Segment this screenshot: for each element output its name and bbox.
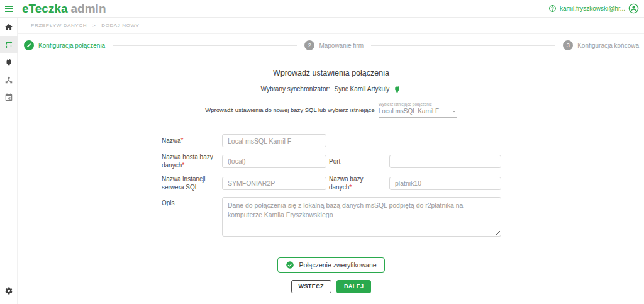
description-label: Opis (162, 197, 219, 207)
verified-badge-label: Połączenie zweryfikowane (299, 261, 376, 269)
back-button[interactable]: WSTECZ (291, 280, 331, 293)
sidebar-item-connections[interactable] (0, 53, 18, 71)
select-selected-value: Local msSQL Kamil F (379, 108, 439, 115)
host-label: Nazwa hosta bazy danych* (162, 153, 219, 169)
sidebar-item-home[interactable] (0, 18, 18, 36)
step-connector (113, 45, 297, 46)
synchronizer-label: Wybrany synchronizator: (261, 86, 330, 93)
check-circle-icon (286, 261, 294, 269)
pencil-icon (26, 43, 31, 48)
logo-primary: eTeczka (22, 2, 68, 15)
sidebar (0, 18, 18, 304)
instance-field[interactable] (222, 177, 326, 190)
stepper: Konfiguracja połączenia 2 Mapowanie firm… (24, 40, 639, 50)
synchronizer-value: Sync Kamil Artykuly (335, 86, 390, 93)
breadcrumb: PRZEPŁYW DANYCH > DODAJ NOWY (18, 18, 644, 34)
plug-icon (4, 58, 13, 67)
name-field[interactable] (222, 134, 326, 147)
step-konfiguracja-polaczenia[interactable]: Konfiguracja połączenia (24, 40, 105, 50)
connection-verified-badge[interactable]: Połączenie zweryfikowane (277, 257, 384, 273)
required-marker: * (181, 137, 184, 144)
step-label: Konfiguracja połączenia (38, 42, 105, 49)
port-field[interactable] (389, 155, 501, 168)
help-icon[interactable] (548, 4, 557, 13)
page-title: Wprowadź ustawienia połączenia (18, 69, 644, 77)
account-circle-icon[interactable] (628, 3, 639, 14)
step-circle-1 (24, 40, 34, 50)
required-marker: * (349, 184, 352, 191)
step-circle-3: 3 (563, 40, 573, 50)
wizard-buttons: WSTECZ DALEJ (18, 280, 644, 293)
existing-connection-select[interactable]: Wybierz istniejące połączenie Local msSQ… (379, 102, 457, 118)
logo-secondary: admin (71, 2, 106, 15)
select-floating-label: Wybierz istniejące połączenie (379, 102, 457, 106)
user-email[interactable]: kamil.fryszkowski@hr... (560, 5, 625, 12)
step-konfiguracja-koncowa[interactable]: 3 Konfiguracja końcowa (563, 40, 639, 50)
step-mapowanie-firm[interactable]: 2 Mapowanie firm (304, 40, 364, 50)
selected-synchronizer-row: Wybrany synchronizator: Sync Kamil Artyk… (18, 85, 644, 93)
port-label: Port (329, 157, 387, 166)
host-field[interactable] (222, 155, 326, 168)
plug-icon (393, 85, 401, 93)
calendar-clock-icon (4, 93, 13, 102)
step-circle-2: 2 (304, 40, 314, 50)
sidebar-item-data-flow[interactable] (0, 36, 18, 53)
required-marker: * (182, 162, 184, 169)
next-button[interactable]: DALEJ (336, 280, 372, 293)
top-bar: eTeczkaadmin kamil.fryszkowski@hr... (0, 0, 644, 18)
sidebar-item-schedule[interactable] (0, 89, 18, 106)
chevron-down-icon (451, 108, 457, 115)
data-flow-icon (4, 40, 13, 49)
instance-label: Nazwa instancji serwera SQL (162, 175, 219, 191)
step-connector (371, 45, 555, 46)
step-label: Konfiguracja końcowa (577, 42, 639, 49)
connection-select-hint: Wprowadź ustawienia do nowej bazy SQL lu… (205, 106, 374, 118)
step-label: Mapowanie firm (319, 42, 364, 49)
hamburger-icon[interactable] (0, 0, 18, 18)
app-logo: eTeczkaadmin (22, 3, 106, 14)
database-label: Nazwa bazy danych* (329, 175, 387, 191)
connection-select-row: Wprowadź ustawienia do nowej bazy SQL lu… (18, 102, 644, 118)
sidebar-item-settings[interactable] (0, 282, 18, 300)
breadcrumb-item-dodaj-nowy: DODAJ NOWY (101, 23, 139, 28)
breadcrumb-item-przeplyw-danych[interactable]: PRZEPŁYW DANYCH (31, 23, 87, 28)
database-field[interactable] (389, 177, 501, 190)
connection-settings-form: Nazwa* Nazwa hosta bazy danych* Port Naz… (162, 134, 501, 237)
sidebar-item-hierarchy[interactable] (0, 71, 18, 89)
name-label: Nazwa* (162, 137, 219, 145)
hierarchy-icon (4, 76, 13, 84)
description-field[interactable]: Dane do połączenia się z lokalną bazą da… (222, 197, 501, 237)
home-icon (4, 23, 13, 31)
breadcrumb-separator: > (92, 23, 96, 28)
gear-icon (4, 286, 13, 295)
